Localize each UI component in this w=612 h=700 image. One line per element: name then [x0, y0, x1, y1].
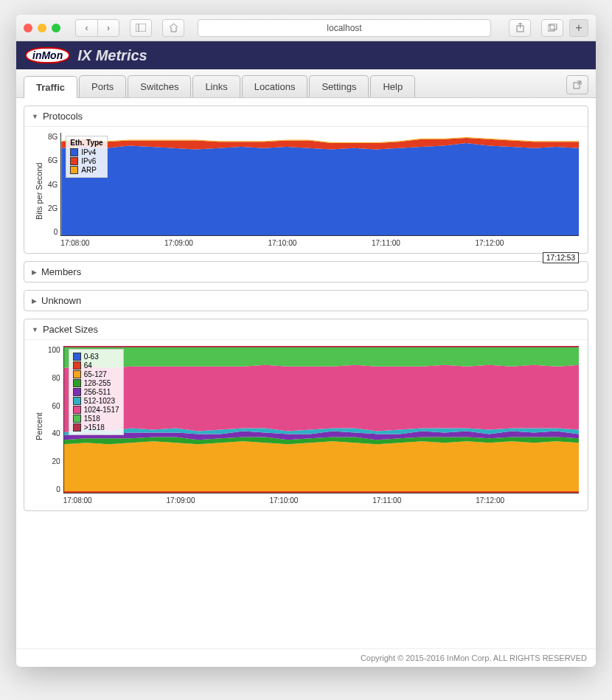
tab-ports[interactable]: Ports — [79, 75, 126, 97]
legend-label: 65-127 — [84, 370, 107, 378]
swatch-icon — [73, 353, 81, 361]
legend-item: 512-1023 — [73, 397, 119, 405]
panel-packet-sizes: ▼ Packet Sizes Percent1008060402000-6364… — [24, 319, 588, 511]
legend-item: IPv4 — [70, 148, 102, 156]
chevron-down-icon: ▼ — [32, 326, 38, 333]
legend-label: 1024-1517 — [84, 406, 119, 414]
swatch-icon — [73, 370, 81, 378]
popout-button[interactable] — [566, 75, 588, 94]
titlebar: ‹ › localhost + — [16, 15, 596, 41]
tab-locations[interactable]: Locations — [242, 75, 308, 97]
chevron-right-icon: ▶ — [32, 297, 37, 305]
y-axis-label: Percent — [33, 346, 45, 507]
legend-label: ARP — [81, 166, 97, 174]
panel-title: Protocols — [43, 111, 83, 122]
home-button[interactable] — [162, 19, 184, 37]
tabs-button[interactable] — [541, 19, 563, 37]
x-axis: 17:08:0017:09:0017:10:0017:11:0017:12:00 — [60, 236, 579, 250]
swatch-icon — [73, 361, 81, 370]
swatch-icon — [73, 388, 81, 396]
nav-buttons: ‹ › — [75, 19, 119, 37]
forward-button[interactable]: › — [97, 19, 119, 37]
legend: Eth. TypeIPv4IPv6ARP — [66, 136, 107, 178]
browser-window: ‹ › localhost + inMon IX Metrics Traffic… — [16, 15, 596, 667]
minimize-icon[interactable] — [38, 24, 46, 32]
legend-item: 1518 — [73, 415, 119, 423]
address-text: localhost — [327, 23, 361, 33]
legend-label: 512-1023 — [84, 397, 115, 405]
legend-label: 0-63 — [84, 353, 99, 361]
y-axis: 100806040200 — [45, 346, 63, 493]
sidebar-button[interactable] — [130, 19, 152, 37]
tab-traffic[interactable]: Traffic — [24, 76, 77, 98]
legend-label: IPv4 — [81, 148, 96, 156]
swatch-icon — [73, 423, 81, 432]
share-button[interactable] — [509, 19, 531, 37]
swatch-icon — [73, 406, 81, 414]
legend-label: 1518 — [84, 415, 100, 423]
back-button[interactable]: ‹ — [75, 19, 97, 37]
app-header: inMon IX Metrics — [16, 41, 596, 69]
legend-item: 256-511 — [73, 388, 119, 396]
panel-header-protocols[interactable]: ▼ Protocols — [24, 106, 588, 127]
tab-settings[interactable]: Settings — [309, 75, 369, 97]
panel-members: ▶ Members — [24, 261, 588, 283]
legend-item: 1024-1517 — [73, 406, 119, 414]
panel-unknown: ▶ Unknown — [24, 290, 588, 311]
tab-links[interactable]: Links — [192, 75, 240, 97]
panel-body-protocols: Bits per Second8G6G4G2G0Eth. TypeIPv4IPv… — [24, 127, 588, 253]
tab-bar: TrafficPortsSwitchesLinksLocationsSettin… — [16, 69, 596, 98]
swatch-icon — [70, 166, 78, 174]
tab-switches[interactable]: Switches — [128, 75, 191, 97]
swatch-icon — [73, 415, 81, 423]
legend-item: 128-255 — [73, 379, 119, 387]
new-tab-button[interactable]: + — [569, 19, 588, 37]
swatch-icon — [70, 157, 78, 165]
legend-label: 128-255 — [84, 379, 111, 387]
panel-header-packet-sizes[interactable]: ▼ Packet Sizes — [24, 319, 588, 340]
svg-rect-3 — [548, 25, 554, 31]
tab-help[interactable]: Help — [370, 75, 415, 97]
legend-item: 64 — [73, 361, 119, 370]
legend-label: IPv6 — [81, 157, 96, 165]
svg-rect-4 — [550, 24, 557, 30]
app-title: IX Metrics — [77, 47, 147, 64]
panel-title: Members — [41, 266, 81, 277]
legend: 0-636465-127128-255256-511512-10231024-1… — [69, 349, 124, 435]
chart-packet-sizes: Percent1008060402000-636465-127128-25525… — [33, 346, 579, 507]
close-icon[interactable] — [24, 24, 32, 32]
legend-label: 256-511 — [84, 388, 111, 396]
y-axis: 8G6G4G2G0 — [45, 133, 60, 236]
chart-protocols: Bits per Second8G6G4G2G0Eth. TypeIPv4IPv… — [33, 133, 579, 250]
panel-title: Unknown — [41, 295, 81, 306]
legend-item: IPv6 — [70, 157, 102, 165]
chevron-down-icon: ▼ — [32, 113, 38, 120]
legend-label: >1518 — [84, 423, 105, 432]
zoom-icon[interactable] — [52, 24, 60, 32]
window-controls — [24, 24, 60, 32]
panel-body-packet-sizes: Percent1008060402000-636465-127128-25525… — [24, 340, 588, 510]
footer: Copyright © 2015-2016 InMon Corp. ALL RI… — [16, 648, 596, 667]
svg-rect-0 — [136, 24, 146, 32]
panel-header-unknown[interactable]: ▶ Unknown — [24, 291, 588, 311]
legend-label: 64 — [84, 361, 92, 370]
plot-area[interactable]: Eth. TypeIPv4IPv6ARP — [60, 133, 579, 236]
address-bar[interactable]: localhost — [198, 19, 491, 37]
logo: inMon — [25, 47, 70, 63]
legend-item: >1518 — [73, 423, 119, 432]
swatch-icon — [73, 379, 81, 387]
panel-header-members[interactable]: ▶ Members — [24, 262, 588, 282]
legend-item: 0-63 — [73, 353, 119, 361]
plot-area[interactable]: 0-636465-127128-255256-511512-10231024-1… — [63, 346, 579, 493]
legend-item: ARP — [70, 166, 102, 174]
cursor-time-label: 17:12:53 — [543, 252, 579, 263]
content-area: ▼ Protocols Bits per Second8G6G4G2G0Eth.… — [16, 98, 596, 648]
chevron-right-icon: ▶ — [32, 268, 37, 276]
panel-protocols: ▼ Protocols Bits per Second8G6G4G2G0Eth.… — [24, 105, 588, 254]
x-axis: 17:08:0017:09:0017:10:0017:11:0017:12:00 — [63, 493, 579, 507]
swatch-icon — [73, 397, 81, 405]
y-axis-label: Bits per Second — [33, 133, 45, 250]
legend-item: 65-127 — [73, 370, 119, 378]
swatch-icon — [70, 148, 78, 156]
legend-title: Eth. Type — [70, 139, 102, 147]
